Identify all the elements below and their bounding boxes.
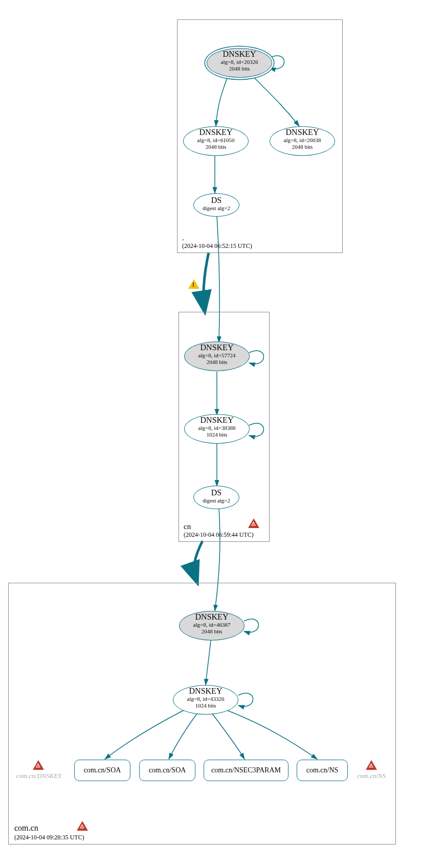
node-detail: alg=8, id=20038 (270, 137, 335, 144)
node-cn-ds: DS digest alg=2 (193, 486, 239, 509)
node-comcn-ksk: DNSKEY alg=8, id=46387 2048 bits (179, 611, 245, 641)
rr-comcn-ns: com.cn/NS (297, 760, 348, 781)
node-detail: 1024 bits (173, 702, 238, 709)
zone-root-name: . (182, 233, 184, 242)
node-detail: alg=8, id=43326 (173, 696, 238, 702)
node-title: DNSKEY (184, 128, 248, 137)
node-root-zsk-20038: DNSKEY alg=8, id=20038 2048 bits (270, 126, 335, 156)
node-cn-zsk: DNSKEY alg=8, id=38388 1024 bits (184, 414, 250, 444)
node-root-ds: DS digest alg=2 (193, 193, 239, 217)
zone-comcn-name: com.cn (14, 823, 38, 833)
node-title: DNSKEY (207, 50, 272, 59)
zone-root-timestamp: (2024-10-04 06:52:15 UTC) (182, 242, 252, 250)
node-detail: 2048 bits (185, 359, 249, 366)
rr-comcn-nsec3param: com.cn/NSEC3PARAM (204, 760, 288, 781)
error-icon (366, 760, 377, 770)
error-icon (33, 760, 44, 770)
node-title: DNSKEY (270, 128, 335, 137)
zone-cn-timestamp: (2024-10-04 06:59:44 UTC) (184, 531, 254, 539)
node-detail: 2048 bits (180, 628, 244, 635)
node-detail: 2048 bits (270, 144, 335, 150)
node-detail: digest alg=2 (194, 497, 239, 504)
ghost-comcn-ns: com.cn/NS (353, 772, 390, 780)
node-title: DNSKEY (185, 416, 249, 425)
node-title: DNSKEY (185, 343, 249, 352)
node-detail: digest alg=2 (194, 205, 239, 212)
zone-cn-name: cn (184, 522, 191, 531)
node-cn-ksk: DNSKEY alg=8, id=57724 2048 bits (184, 341, 250, 371)
zone-comcn-timestamp: (2024-10-04 09:28:35 UTC) (14, 834, 84, 841)
node-title: DS (194, 196, 239, 205)
node-root-zsk-61050: DNSKEY alg=8, id=61050 2048 bits (183, 126, 249, 156)
node-detail: 2048 bits (184, 144, 248, 150)
node-detail: alg=8, id=46387 (180, 622, 244, 628)
rr-comcn-soa-2: com.cn/SOA (139, 760, 195, 781)
rr-comcn-soa-1: com.cn/SOA (74, 760, 130, 781)
node-detail: alg=8, id=61050 (184, 137, 248, 144)
node-detail: 1024 bits (185, 431, 249, 438)
node-root-ksk: DNSKEY alg=8, id=20326 2048 bits (207, 48, 272, 78)
node-detail: alg=8, id=38388 (185, 425, 249, 431)
error-icon (77, 821, 88, 831)
node-detail: 2048 bits (207, 65, 272, 72)
warning-icon (188, 279, 199, 289)
ghost-comcn-dnskey: com.cn/DNSKEY (11, 772, 66, 780)
error-icon (248, 518, 259, 528)
node-comcn-zsk: DNSKEY alg=8, id=43326 1024 bits (173, 685, 238, 715)
node-detail: alg=8, id=57724 (185, 352, 249, 359)
node-title: DNSKEY (180, 612, 244, 622)
node-detail: alg=8, id=20326 (207, 59, 272, 65)
node-title: DS (194, 488, 239, 497)
node-title: DNSKEY (173, 687, 238, 696)
